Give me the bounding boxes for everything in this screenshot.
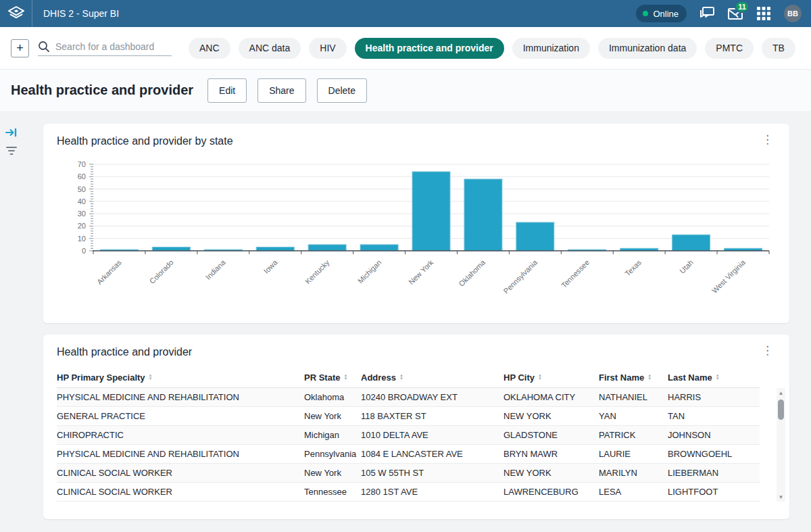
svg-text:Texas: Texas [623, 258, 643, 278]
table-cell: YAN [599, 406, 668, 425]
new-dashboard-button[interactable]: + [11, 39, 29, 57]
bar-chart[interactable]: 010203040506070ArkansasColoradoIndianaIo… [43, 160, 789, 316]
online-dot-icon [643, 11, 648, 16]
table-row: PHYSICAL MEDICINE AND REHABILITATIONPenn… [57, 444, 760, 463]
page-title: Health practice and provider [11, 82, 193, 98]
apps-menu-icon[interactable] [756, 5, 772, 22]
expand-filters-icon[interactable] [5, 127, 18, 141]
dashboard-search [38, 41, 172, 56]
search-input[interactable] [55, 41, 172, 52]
table-cell: New York [304, 463, 361, 482]
table-cell: PHYSICAL MEDICINE AND REHABILITATION [57, 387, 304, 406]
search-icon [38, 41, 50, 53]
table-cell: TAN [668, 406, 760, 425]
table-cell: NEW YORK [503, 406, 599, 425]
scroll-down-icon[interactable]: ▼ [779, 492, 784, 502]
table-scrollbar[interactable]: ▲ ▼ [777, 388, 785, 502]
svg-text:70: 70 [78, 160, 86, 168]
column-header[interactable]: HP City▲▼ [503, 368, 599, 387]
sort-icon[interactable]: ▲▼ [399, 374, 403, 381]
table-cell: LAWRENCEBURG [503, 482, 599, 501]
table-cell: 105 W 55TH ST [361, 463, 503, 482]
table-cell: 118 BAXTER ST [361, 406, 503, 425]
dashboard-chip[interactable]: Health practice and provider [355, 38, 504, 59]
dhis2-logo[interactable] [0, 0, 32, 27]
table-cell: CHIROPRACTIC [57, 425, 304, 444]
table-cell: JOHNSON [668, 425, 760, 444]
message-count-badge: 11 [735, 1, 749, 13]
table-cell: New York [304, 406, 361, 425]
svg-text:Utah: Utah [678, 258, 695, 275]
dashboard-chip[interactable]: PMTC [705, 38, 754, 59]
bar-series[interactable] [100, 172, 762, 251]
table-cell: PHYSICAL MEDICINE AND REHABILITATION [57, 444, 304, 463]
table-card-menu-icon[interactable]: ⋮ [759, 346, 776, 356]
chart-card-menu-icon[interactable]: ⋮ [759, 135, 776, 145]
dhis2-logo-icon [7, 5, 26, 22]
table-cell: LIEBERMAN [668, 463, 760, 482]
table-cell: Pennsylvania [304, 444, 361, 463]
table-cell: GLADSTONE [503, 425, 599, 444]
table-row: PHYSICAL MEDICINE AND REHABILITATIONOkla… [57, 387, 760, 406]
dashboard-chip[interactable]: Immunization [512, 38, 590, 59]
table-cell: LESA [599, 482, 668, 501]
dashboard-chip[interactable]: ANC [189, 38, 230, 59]
svg-text:Pennsylvania: Pennsylvania [502, 258, 539, 295]
table-cell: CLINICAL SOCIAL WORKER [57, 463, 304, 482]
table-body: PHYSICAL MEDICINE AND REHABILITATIONOkla… [57, 387, 760, 501]
user-avatar[interactable]: BB [784, 5, 802, 22]
table-row: CLINICAL SOCIAL WORKERNew York105 W 55TH… [57, 463, 760, 482]
svg-text:10: 10 [78, 235, 86, 243]
sort-icon[interactable]: ▲▼ [149, 374, 153, 381]
svg-text:Oklahoma: Oklahoma [457, 258, 487, 288]
interpretations-icon[interactable] [699, 5, 715, 22]
table-cell: Tennessee [304, 482, 361, 501]
sort-icon[interactable]: ▲▼ [538, 374, 542, 381]
dashboard-chip[interactable]: HIV [309, 38, 346, 59]
dashboard-title-bar: Health practice and provider Edit Share … [0, 70, 811, 111]
svg-text:Kentucky: Kentucky [303, 258, 331, 286]
table-cell: 1084 E LANCASTER AVE [361, 444, 503, 463]
svg-text:Michigan: Michigan [356, 258, 383, 285]
data-table-wrap: HP Primary Specialty▲▼PR State▲▼Address▲… [57, 368, 776, 502]
sort-icon[interactable]: ▲▼ [343, 374, 347, 381]
filter-icon[interactable] [5, 146, 18, 159]
column-header[interactable]: Address▲▼ [361, 368, 503, 387]
dashboard-chip[interactable]: Immunization data [598, 38, 697, 59]
dashboard-chip[interactable]: TB [762, 38, 795, 59]
column-header[interactable]: Last Name▲▼ [668, 368, 760, 387]
column-header[interactable]: First Name▲▼ [599, 368, 668, 387]
column-header[interactable]: PR State▲▼ [304, 368, 361, 387]
table-cell: HARRIS [668, 387, 760, 406]
table-cell: 1010 DELTA AVE [361, 425, 503, 444]
svg-text:Indiana: Indiana [204, 258, 228, 281]
scrollbar-thumb[interactable] [778, 400, 784, 420]
online-status-badge[interactable]: Online [636, 5, 687, 22]
svg-text:20: 20 [78, 222, 86, 230]
svg-text:West Virginia: West Virginia [710, 258, 747, 295]
table-cell: 10240 BROADWAY EXT [361, 387, 503, 406]
svg-text:Tennessee: Tennessee [560, 258, 591, 289]
table-cell: NEW YORK [503, 463, 599, 482]
chart-card-title: Health practice and provider by state [57, 135, 233, 147]
table-cell: PATRICK [599, 425, 668, 444]
column-header[interactable]: HP Primary Specialty▲▼ [57, 368, 304, 387]
svg-text:60: 60 [78, 172, 86, 180]
dashboard-chip[interactable]: ANC data [239, 38, 301, 59]
scroll-up-icon[interactable]: ▲ [779, 388, 784, 397]
sort-icon[interactable]: ▲▼ [647, 374, 652, 381]
table-cell: GENERAL PRACTICE [57, 406, 304, 425]
table-cell: OKLAHOMA CITY [503, 387, 599, 406]
chart-card: Health practice and provider by state ⋮ … [43, 124, 789, 323]
app-title: DHIS 2 - Super BI [43, 8, 119, 19]
edit-button[interactable]: Edit [207, 78, 247, 103]
table-row: CHIROPRACTICMichigan1010 DELTA AVEGLADST… [57, 425, 760, 444]
sort-icon[interactable]: ▲▼ [716, 374, 720, 381]
table-cell: CLINICAL SOCIAL WORKER [57, 482, 304, 501]
table-row: GENERAL PRACTICENew York118 BAXTER STNEW… [57, 406, 760, 425]
messages-icon[interactable]: 11 [727, 5, 743, 22]
share-button[interactable]: Share [257, 78, 305, 103]
delete-button[interactable]: Delete [317, 78, 367, 103]
table-cell: 1280 1ST AVE [361, 482, 503, 501]
data-table: HP Primary Specialty▲▼PR State▲▼Address▲… [57, 368, 760, 502]
